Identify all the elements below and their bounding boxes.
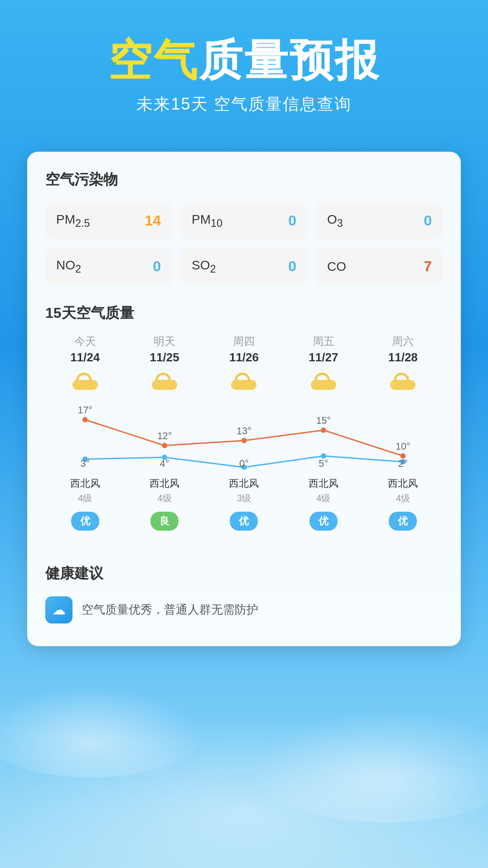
day-date-2: 11/26 [229, 350, 259, 364]
low-temp-labels: 3° 4° 0° 5° 2° [45, 458, 443, 470]
sun-cloud-2 [231, 372, 256, 390]
pm25-value: 14 [145, 212, 161, 229]
cloud-base-2 [231, 380, 256, 390]
weather-icon-4 [389, 372, 416, 390]
title-highlight: 空气 [108, 36, 199, 84]
high-temp-label-4: 10° [396, 441, 410, 452]
low-label-2: 0° [204, 458, 284, 470]
co-value: 7 [424, 258, 432, 275]
cloud-decoration-1 [0, 687, 204, 777]
pollutant-no2: NO2 0 [45, 248, 172, 285]
day-label-1: 明天 [154, 334, 175, 349]
so2-label: SO2 [192, 258, 216, 275]
sun-cloud-1 [152, 372, 177, 390]
day-label-3: 周五 [313, 334, 334, 349]
health-advice: 空气质量优秀，普通人群无需防护 [82, 602, 258, 618]
health-icon: ☁ [45, 596, 72, 623]
wind-col-2: 西北风 3级 优 [204, 477, 284, 531]
day-col-2: 周四 11/26 [204, 334, 284, 372]
wind-col-1: 西北风 4级 良 [125, 477, 204, 531]
weather-icon-0 [72, 372, 99, 390]
weather-icon-col-1 [125, 372, 204, 393]
weather-icon-col-2 [204, 372, 284, 393]
pollutant-so2: SO2 0 [181, 248, 307, 285]
day-label-2: 周四 [233, 334, 255, 349]
wind-dir-0: 西北风 [70, 477, 100, 490]
wind-level-3: 4级 [316, 492, 330, 504]
day-date-3: 11/27 [309, 350, 338, 364]
cloud-decoration-2 [252, 710, 488, 823]
day-col-3: 周五 11/27 [284, 334, 363, 372]
weather-icons-row [45, 372, 443, 393]
sun-cloud-3 [311, 372, 336, 390]
weather-icon-col-3 [284, 372, 363, 393]
cloud-base-4 [390, 380, 416, 390]
wind-level-0: 4级 [78, 492, 92, 504]
day-col-4: 周六 11/28 [363, 334, 443, 372]
pollutant-pm25: PM2.5 14 [45, 202, 172, 240]
low-label-4: 2° [363, 458, 443, 470]
main-title: 空气质量预报 [18, 36, 470, 84]
pollutants-grid: PM2.5 14 PM10 0 O3 0 NO2 0 SO2 0 CO 7 [45, 202, 443, 285]
so2-value: 0 [288, 258, 296, 275]
wind-level-4: 4级 [396, 492, 410, 504]
day-date-4: 11/28 [388, 350, 418, 364]
pollutant-pm10: PM10 0 [181, 202, 307, 240]
day-col-1: 明天 11/25 [125, 334, 204, 372]
low-label-0: 3° [45, 458, 125, 470]
wind-col-0: 西北风 4级 优 [45, 477, 125, 531]
no2-label: NO2 [56, 258, 81, 275]
o3-label: O3 [327, 212, 343, 230]
cloud-base-3 [311, 380, 336, 390]
quality-badge-3: 优 [309, 512, 338, 531]
subtitle: 未来15天 空气质量信息查询 [18, 93, 470, 115]
cloud-base-0 [72, 380, 98, 390]
wind-dir-4: 西北风 [388, 477, 418, 490]
high-temp-label-0: 17° [77, 404, 92, 416]
weather-icon-col-0 [45, 372, 125, 393]
cloud-base-1 [152, 380, 177, 390]
forecast-section-title: 15天空气质量 [45, 303, 443, 323]
header: 空气质量预报 未来15天 空气质量信息查询 [0, 0, 488, 134]
high-temp-label-3: 15° [316, 415, 331, 426]
quality-badge-1: 良 [150, 512, 179, 531]
wind-col-4: 西北风 4级 优 [363, 477, 443, 531]
wind-level-2: 3级 [237, 492, 251, 504]
health-row: ☁ 空气质量优秀，普通人群无需防护 [45, 596, 443, 623]
no2-value: 0 [153, 258, 161, 275]
high-dot-1 [162, 443, 167, 448]
forecast-grid: 今天 11/24 明天 11/25 周四 11/26 周五 11/27 周六 1… [45, 334, 443, 372]
day-label-4: 周六 [392, 334, 414, 349]
pollutants-section-title: 空气污染物 [45, 170, 443, 190]
pm10-label: PM10 [192, 212, 222, 230]
wind-dir-2: 西北风 [229, 477, 259, 490]
temperature-chart: 17° 12° 13° 15° 10° 3° 4° 0° 5° 2° [45, 397, 443, 470]
wind-col-3: 西北风 4级 优 [284, 477, 363, 531]
low-label-3: 5° [284, 458, 363, 470]
high-temp-label-1: 12° [157, 430, 172, 441]
quality-badge-2: 优 [230, 512, 258, 531]
day-col-0: 今天 11/24 [45, 334, 125, 372]
o3-value: 0 [424, 212, 432, 229]
high-dot-2 [242, 438, 247, 443]
day-date-0: 11/24 [70, 350, 100, 364]
quality-badge-0: 优 [71, 512, 99, 531]
wind-dir-1: 西北风 [150, 477, 179, 490]
weather-icon-2 [230, 372, 257, 390]
weather-icon-col-4 [363, 372, 443, 393]
pollutant-o3: O3 0 [316, 202, 443, 240]
high-temp-label-2: 13° [237, 425, 251, 436]
wind-grid: 西北风 4级 优 西北风 4级 良 西北风 3级 优 西北风 4级 优 西北风 … [45, 477, 443, 531]
wind-dir-3: 西北风 [309, 477, 338, 490]
pollutant-co: CO 7 [316, 248, 443, 285]
quality-badge-4: 优 [389, 512, 417, 531]
weather-icon-1 [151, 372, 178, 390]
day-date-1: 11/25 [150, 350, 179, 364]
health-section-title: 健康建议 [45, 564, 443, 584]
sun-cloud-4 [390, 372, 416, 390]
main-card: 空气污染物 PM2.5 14 PM10 0 O3 0 NO2 0 SO2 0 C… [27, 152, 461, 646]
cloud-icon: ☁ [52, 602, 66, 618]
pm25-label: PM2.5 [56, 212, 90, 230]
day-label-0: 今天 [74, 334, 96, 349]
health-section: 健康建议 ☁ 空气质量优秀，普通人群无需防护 [45, 549, 443, 623]
